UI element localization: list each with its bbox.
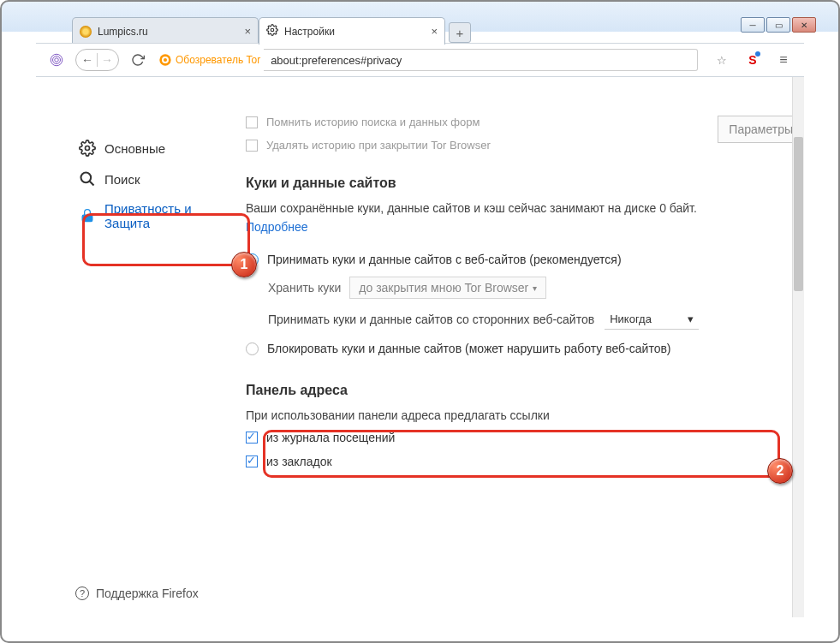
- keep-cookies-select[interactable]: до закрытия мною Tor Browser ▾: [349, 277, 546, 299]
- third-party-value: Никогда: [610, 313, 652, 325]
- favicon-gear-icon: [266, 24, 278, 39]
- tab-settings[interactable]: Настройки ×: [259, 17, 445, 45]
- svg-point-6: [164, 58, 167, 62]
- address-wrap: Обозреватель Tor about:preferences#priva…: [157, 49, 698, 71]
- scrollbar-thumb[interactable]: [794, 137, 803, 291]
- back-button[interactable]: ←: [78, 53, 97, 67]
- addressbar-heading: Панель адреса: [246, 383, 795, 398]
- radio-block-cookies[interactable]: [246, 342, 259, 355]
- keep-cookies-row: Хранить куки до закрытия мною Tor Browse…: [268, 277, 795, 299]
- history-suggest-row: из журнала посещений: [246, 431, 795, 444]
- chevron-down-icon: ▾: [533, 283, 537, 293]
- annotation-badge-1: 1: [231, 252, 257, 277]
- cookies-description: Ваши сохранённые куки, данные сайтов и к…: [246, 201, 795, 215]
- close-button[interactable]: ✕: [792, 17, 816, 33]
- svg-point-3: [55, 58, 59, 63]
- bookmarks-suggest-row: из закладок: [246, 455, 795, 468]
- svg-point-8: [81, 173, 92, 183]
- scrollbar[interactable]: [792, 77, 804, 617]
- content-area: Основные Поиск Приватность и Защита ? По…: [36, 77, 804, 617]
- tab-close-icon[interactable]: ×: [244, 25, 251, 38]
- maximize-button[interactable]: ▭: [766, 17, 790, 33]
- forward-button[interactable]: →: [98, 53, 116, 67]
- accept-cookies-label: Принимать куки и данные сайтов с веб-сай…: [267, 253, 622, 266]
- svg-rect-10: [82, 215, 92, 221]
- checkbox-history[interactable]: [246, 432, 258, 444]
- tab-lumpics[interactable]: Lumpics.ru ×: [72, 17, 259, 45]
- clear-on-close-label: Удалять историю при закрытии Tor Browser: [266, 139, 491, 152]
- url-bar[interactable]: about:preferences#privacy: [264, 49, 698, 71]
- checkbox-bookmarks[interactable]: [246, 455, 258, 467]
- settings-button[interactable]: Параметры: [718, 116, 804, 143]
- svg-line-9: [90, 182, 94, 186]
- learn-more-link[interactable]: Подробнее: [246, 220, 795, 234]
- chevron-down-icon: ▾: [688, 313, 694, 325]
- accept-cookies-row: Принимать куки и данные сайтов с веб-сай…: [246, 253, 795, 266]
- sidebar: Основные Поиск Приватность и Защита ? По…: [36, 77, 220, 617]
- cookies-heading: Куки и данные сайтов: [246, 176, 795, 191]
- history-label: из журнала посещений: [266, 431, 395, 444]
- tab-close-icon[interactable]: ×: [431, 25, 438, 38]
- addressbar-description: При использовании панели адреса предлага…: [246, 408, 795, 422]
- svg-point-2: [53, 57, 61, 64]
- identity-box[interactable]: Обозреватель Tor: [158, 53, 260, 67]
- third-party-row: Принимать куки и данные сайтов со сторон…: [268, 309, 795, 330]
- main-panel: Помнить историю поиска и данных форм Уда…: [220, 77, 804, 617]
- third-party-select[interactable]: Никогда ▾: [605, 309, 699, 330]
- svg-point-0: [271, 28, 274, 32]
- noscript-icon[interactable]: S: [741, 48, 765, 72]
- url-text: about:preferences#privacy: [271, 54, 402, 67]
- bookmark-star-icon[interactable]: ☆: [710, 48, 734, 72]
- checkbox-remember-search[interactable]: [246, 116, 258, 128]
- svg-point-7: [86, 146, 90, 151]
- remember-search-row: Помнить историю поиска и данных форм: [246, 116, 795, 128]
- sidebar-item-label: Приватность и Защита: [104, 201, 217, 230]
- annotation-badge-2: 2: [767, 458, 793, 484]
- onion-icon[interactable]: [45, 48, 69, 72]
- nav-arrows: ← →: [75, 49, 119, 71]
- tor-label-text: Обозреватель Tor: [176, 54, 260, 66]
- block-cookies-row: Блокировать куки и данные сайтов (может …: [246, 342, 795, 355]
- help-icon: ?: [75, 586, 89, 600]
- third-party-label: Принимать куки и данные сайтов со сторон…: [268, 313, 594, 326]
- new-tab-button[interactable]: +: [449, 22, 471, 43]
- minimize-button[interactable]: ─: [741, 17, 765, 33]
- sidebar-item-label: Поиск: [104, 172, 140, 187]
- clear-on-close-row: Удалять историю при закрытии Tor Browser: [246, 139, 795, 152]
- checkbox-clear-on-close[interactable]: [246, 140, 258, 152]
- tab-strip: Lumpics.ru × Настройки × +: [72, 15, 471, 45]
- tab-label: Настройки: [284, 26, 335, 38]
- toolbar: ← → Обозреватель Tor about:preferences#p…: [36, 43, 804, 77]
- sidebar-item-privacy[interactable]: Приватность и Защита: [75, 194, 220, 237]
- support-label: Поддержка Firefox: [96, 586, 199, 600]
- keep-cookies-label: Хранить куки: [268, 281, 341, 295]
- favicon-onion-icon: [80, 26, 92, 38]
- menu-button[interactable]: ≡: [771, 48, 795, 72]
- keep-cookies-value: до закрытия мною Tor Browser: [359, 281, 528, 295]
- window-controls: ─ ▭ ✕: [741, 17, 816, 33]
- bookmarks-label: из закладок: [266, 455, 332, 468]
- sidebar-item-search[interactable]: Поиск: [75, 164, 220, 194]
- sidebar-item-general[interactable]: Основные: [75, 133, 220, 164]
- sidebar-item-label: Основные: [104, 141, 165, 156]
- support-link[interactable]: ? Поддержка Firefox: [75, 586, 199, 600]
- tab-label: Lumpics.ru: [98, 26, 148, 38]
- block-cookies-label: Блокировать куки и данные сайтов (может …: [267, 342, 671, 355]
- reload-button[interactable]: [126, 48, 150, 72]
- remember-search-label: Помнить историю поиска и данных форм: [266, 116, 480, 128]
- app-window: ─ ▭ ✕ Lumpics.ru × Настройки × + ← →: [0, 0, 840, 643]
